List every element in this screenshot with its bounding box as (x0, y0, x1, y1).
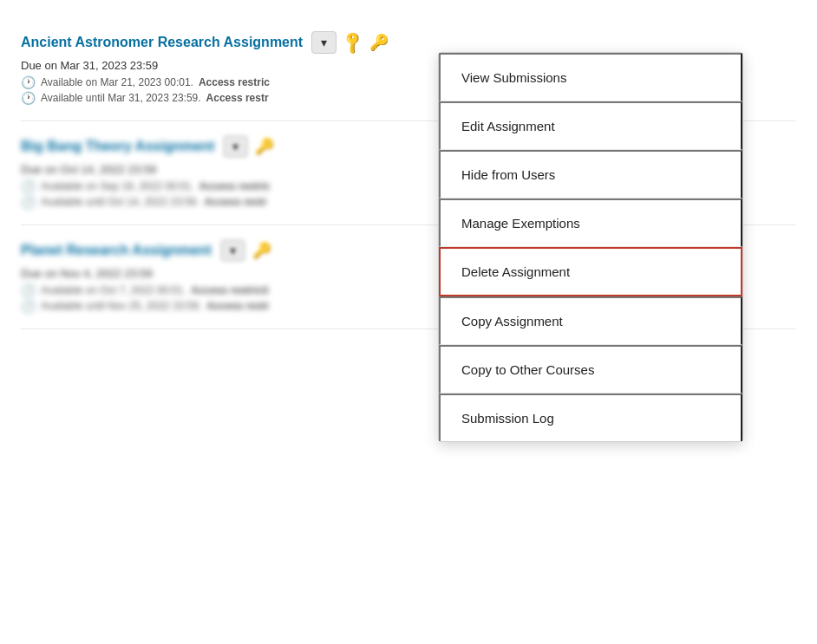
access-end-restriction-ancient: Access restr (206, 92, 269, 104)
dropdown-item-copy-assignment[interactable]: Copy Assignment (439, 296, 742, 345)
dropdown-item-manage-exemptions[interactable]: Manage Exemptions (439, 198, 742, 247)
access-end-restriction-bigbang: Access restr (205, 196, 267, 208)
clock-icon-bigbang-end: 🕐 (21, 195, 36, 209)
chevron-button-planet[interactable]: ▾ (220, 239, 245, 262)
access-end-text-bigbang: Available until Oct 14, 2022 23:59. (41, 196, 199, 208)
assignment-title-planet[interactable]: Planet Research Assignment (21, 243, 212, 258)
access-end-restriction-planet: Access restr (206, 300, 269, 312)
dropdown-item-delete-assignment[interactable]: Delete Assignment (439, 247, 742, 296)
access-end-text-planet: Available until Nov 25, 2022 23:59. (41, 300, 201, 312)
access-end-text-ancient: Available until Mar 31, 2023 23:59. (41, 92, 201, 104)
clock-icon-ancient-start: 🕐 (21, 75, 36, 89)
dropdown-item-submission-log[interactable]: Submission Log (439, 394, 742, 441)
chevron-button-ancient[interactable]: ▾ (311, 31, 337, 54)
clock-icon-planet-start: 🕐 (21, 283, 36, 297)
dropdown-item-edit-assignment[interactable]: Edit Assignment (439, 101, 742, 150)
access-start-text-planet: Available on Oct 7, 2022 00:01. (41, 284, 186, 296)
clock-icon-planet-end: 🕐 (21, 299, 36, 313)
dropdown-item-hide-from-users[interactable]: Hide from Users (439, 150, 742, 198)
clock-icon-bigbang-start: 🕐 (21, 179, 36, 193)
access-start-restriction-bigbang: Access restric (199, 180, 271, 192)
action-icons-ancient: ▾ 🔑 🔑 (311, 31, 389, 54)
pin-icon-planet: 🔑 (252, 241, 271, 260)
assignment-title-bigbang[interactable]: Big Bang Theory Assignment (21, 139, 214, 154)
action-icons-bigbang: ▾ 🔑 (223, 135, 274, 158)
dropdown-item-copy-to-other-courses[interactable]: Copy to Other Courses (439, 345, 742, 394)
access-start-text-ancient: Available on Mar 21, 2023 00:01. (41, 76, 193, 88)
pin-icon-bigbang: 🔑 (255, 137, 274, 156)
dropdown-menu: View SubmissionsEdit AssignmentHide from… (438, 52, 743, 442)
pin-icon-ancient: 🔑 (369, 33, 389, 52)
action-icons-planet: ▾ 🔑 (220, 239, 271, 262)
access-start-restriction-ancient: Access restric (199, 76, 270, 88)
dropdown-item-view-submissions[interactable]: View Submissions (439, 53, 742, 101)
clock-icon-ancient-end: 🕐 (21, 91, 36, 105)
assignment-title-row-ancient: Ancient Astronomer Research Assignment ▾… (21, 31, 796, 54)
key-icon-ancient: 🔑 (340, 29, 367, 55)
chevron-button-bigbang[interactable]: ▾ (223, 135, 248, 158)
assignment-title-ancient[interactable]: Ancient Astronomer Research Assignment (21, 35, 303, 50)
access-start-restriction-planet: Access restricti (191, 284, 268, 296)
access-start-text-bigbang: Available on Sep 19, 2022 00:01. (41, 180, 194, 192)
